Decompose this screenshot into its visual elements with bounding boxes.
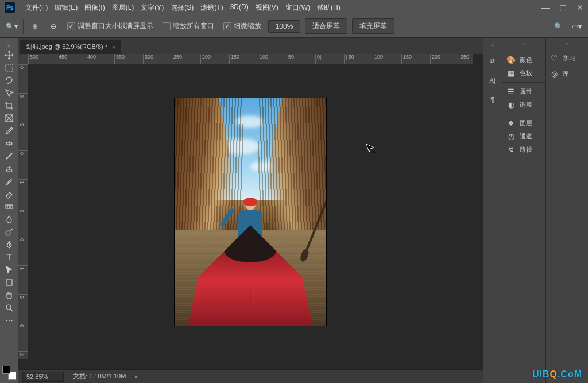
menu-item[interactable]: 3D(D)	[227, 1, 252, 15]
panel-button[interactable]: ↯路径	[502, 143, 545, 156]
brush-tool[interactable]	[2, 150, 17, 162]
healing-brush-tool[interactable]	[2, 138, 17, 149]
document-area: 划船.jpeg @ 52.9%(RGB/8) * × 5004504003503…	[18, 38, 483, 383]
dock-collapse-icon[interactable]: «	[546, 41, 588, 51]
close-tab-icon[interactable]: ×	[112, 44, 115, 51]
move-tool[interactable]	[2, 49, 17, 61]
foreground-color-swatch[interactable]	[2, 366, 10, 374]
character-panel-icon[interactable]: A|	[485, 73, 500, 87]
panel-label: 路径	[520, 145, 532, 154]
minimize-button[interactable]: —	[542, 4, 549, 11]
panel-label: 图层	[520, 119, 532, 127]
status-dropdown-icon[interactable]: ▸	[135, 373, 138, 380]
panel-label: 颜色	[520, 56, 532, 64]
lasso-tool[interactable]	[2, 75, 17, 86]
close-button[interactable]: ✕	[577, 4, 583, 11]
type-tool[interactable]	[2, 252, 17, 263]
history-brush-tool[interactable]	[2, 176, 17, 187]
menu-item[interactable]: 滤镜(T)	[197, 1, 226, 15]
panel-button[interactable]: 🎨颜色	[502, 53, 545, 67]
menu-item[interactable]: 文件(F)	[22, 1, 51, 15]
dock-collapse-icon[interactable]: «	[491, 42, 494, 48]
menu-item[interactable]: 视图(V)	[252, 1, 282, 15]
dock-collapse-icon[interactable]: «	[502, 41, 545, 51]
panel-button[interactable]: ◷通道	[502, 130, 545, 143]
workspace-switcher-icon[interactable]: ▭▾	[570, 20, 583, 33]
menu-item[interactable]: 图层(L)	[109, 1, 138, 15]
vertical-ruler[interactable]: 0050100150200250300350400450500550600650…	[18, 64, 28, 359]
blur-tool[interactable]	[2, 214, 17, 225]
status-zoom-input[interactable]: 52.85%	[22, 372, 64, 382]
panel-label: 库	[563, 69, 569, 78]
maximize-button[interactable]: ▢	[559, 4, 566, 11]
canvas-container: 500450400350300250200150100 50 0|| 50100…	[18, 54, 483, 369]
eyedropper-tool[interactable]	[2, 125, 17, 137]
status-doc-info[interactable]: 文档: 1.10M/1.10M	[73, 372, 126, 381]
panel-label: 色板	[520, 69, 532, 78]
toolbar-expand-icon[interactable]: »	[1, 42, 17, 48]
panel-label: 通道	[520, 132, 532, 141]
search-icon[interactable]: 🔍	[551, 20, 565, 33]
tool-preset-dropdown[interactable]: 🔍▾	[5, 20, 18, 33]
menu-item[interactable]: 编辑(E)	[51, 1, 81, 15]
svg-rect-5	[6, 280, 12, 285]
pen-tool[interactable]	[2, 239, 17, 250]
eraser-tool[interactable]	[2, 188, 17, 200]
panel-icon: ◎	[549, 69, 559, 78]
panel-button[interactable]: ♡学习	[546, 51, 588, 66]
panel-button[interactable]: ◎库	[546, 66, 588, 82]
menu-item[interactable]: 窗口(W)	[282, 1, 314, 15]
collapsed-panel-dock-2: « 🎨颜色▦色板☰属性◐调整❖图层◷通道↯路径	[502, 38, 545, 383]
panel-button[interactable]: ☰属性	[502, 85, 545, 98]
panel-icon: 🎨	[506, 56, 516, 64]
gradient-tool[interactable]	[2, 201, 17, 212]
zoom-out-icon[interactable]: ⊖	[47, 20, 60, 33]
zoom-tool[interactable]	[2, 302, 17, 314]
menu-bar: Ps 文件(F)编辑(E)图像(I)图层(L)文字(Y)选择(S)滤镜(T)3D…	[0, 0, 588, 15]
fill-screen-button[interactable]: 填充屏幕	[352, 18, 394, 34]
zoom-in-icon[interactable]: ⊕	[28, 20, 42, 33]
menu-item[interactable]: 选择(S)	[167, 1, 197, 15]
resize-window-checkbox[interactable]: 调整窗口大小以满屏显示	[65, 21, 156, 31]
path-select-tool[interactable]	[2, 264, 17, 276]
crop-tool[interactable]	[2, 100, 17, 111]
shape-tool[interactable]	[2, 277, 17, 288]
frame-tool[interactable]	[2, 113, 17, 124]
panel-label: 属性	[520, 87, 532, 96]
document-tab[interactable]: 划船.jpeg @ 52.9%(RGB/8) * ×	[20, 40, 121, 54]
svg-rect-0	[6, 64, 13, 71]
panel-group: 🎨颜色▦色板	[502, 51, 545, 82]
hand-tool[interactable]	[2, 289, 17, 301]
color-swatches[interactable]	[2, 366, 16, 380]
paragraph-panel-icon[interactable]: ¶	[485, 93, 500, 107]
menu-item[interactable]: 图像(I)	[81, 1, 108, 15]
panel-icon: ◐	[506, 100, 516, 109]
panel-icon: ☰	[506, 87, 516, 96]
checkbox-icon	[67, 22, 75, 30]
panel-button[interactable]: ◐调整	[502, 98, 545, 111]
edit-toolbar-icon[interactable]: ⋯	[2, 315, 17, 326]
menu-item[interactable]: 文字(Y)	[137, 1, 167, 15]
canvas-image[interactable]	[175, 98, 326, 326]
history-panel-icon[interactable]: ⧉	[485, 54, 500, 68]
canvas-viewport[interactable]	[28, 64, 473, 359]
ruler-origin[interactable]	[18, 54, 28, 64]
panel-button[interactable]: ▦色板	[502, 67, 545, 80]
checkbox-icon	[163, 22, 171, 30]
scrubby-zoom-checkbox[interactable]: 细微缩放	[221, 21, 264, 31]
clone-stamp-tool[interactable]	[2, 163, 17, 175]
marquee-tool[interactable]	[2, 62, 17, 73]
resize-window-label: 调整窗口大小以满屏显示	[78, 21, 153, 31]
app-logo-icon: Ps	[5, 2, 15, 13]
horizontal-ruler[interactable]: 500450400350300250200150100 50 0|| 50100…	[28, 54, 473, 64]
zoom-all-windows-checkbox[interactable]: 缩放所有窗口	[160, 21, 216, 31]
panel-icon: ❖	[506, 119, 516, 127]
options-bar: 🔍▾ ⊕ ⊖ 调整窗口大小以满屏显示 缩放所有窗口 细微缩放 100% 适合屏幕…	[0, 15, 588, 38]
dodge-tool[interactable]	[2, 226, 17, 238]
panel-label: 学习	[563, 54, 575, 63]
panel-button[interactable]: ❖图层	[502, 117, 545, 130]
menu-item[interactable]: 帮助(H)	[314, 1, 344, 15]
zoom-value-input[interactable]: 100%	[268, 20, 300, 33]
quick-select-tool[interactable]	[2, 87, 17, 99]
fit-screen-button[interactable]: 适合屏幕	[305, 18, 347, 34]
